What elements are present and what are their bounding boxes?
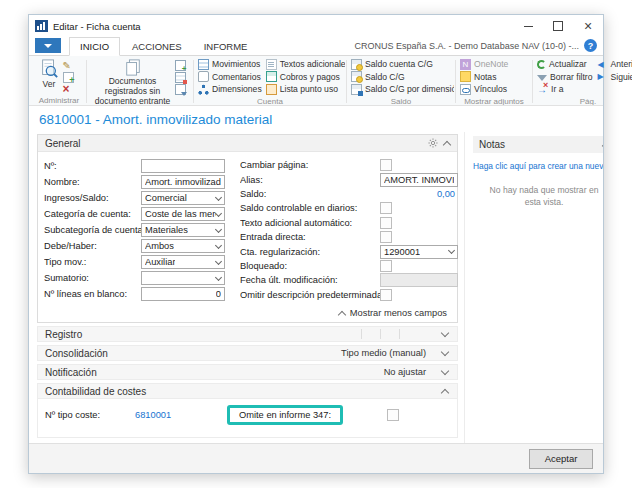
field-label: Fecha últ. modificación: bbox=[240, 275, 380, 285]
chevron-down-icon bbox=[215, 273, 222, 280]
fasttab-registro-title: Registro bbox=[45, 329, 82, 340]
field-select-box[interactable]: Auxiliar bbox=[141, 255, 225, 269]
checkbox[interactable] bbox=[380, 202, 392, 214]
field-text-box[interactable]: Amort. inmovilizado ... bbox=[141, 175, 225, 189]
fasttab-notificacion[interactable]: Notificación No ajustar bbox=[37, 364, 458, 380]
ribbon-column: MovimientosComentariosDimensiones bbox=[198, 58, 262, 96]
notes-panel-header[interactable]: Notas bbox=[473, 136, 603, 153]
field-row: Nº: bbox=[44, 158, 240, 174]
field-select-box[interactable]: Coste de las merca... bbox=[141, 207, 225, 221]
field-select-box[interactable]: Comercial bbox=[141, 191, 225, 205]
gear-icon[interactable] bbox=[428, 138, 438, 148]
field-row: Fecha últ. modificación: bbox=[240, 273, 458, 287]
application-menu-button[interactable] bbox=[35, 38, 61, 53]
footer-bar: Aceptar bbox=[29, 443, 603, 473]
ver-button[interactable]: Ver bbox=[36, 58, 62, 95]
close-button[interactable] bbox=[573, 15, 603, 37]
ribbon-item-siguiente[interactable]: Siguiente bbox=[597, 71, 632, 84]
field-select-box[interactable]: 1290001 bbox=[380, 245, 458, 259]
ribbon-group-cuenta: MovimientosComentariosDimensionesTextos … bbox=[195, 58, 345, 105]
ribbon-tab-row: INICIO ACCIONES INFORME CRONUS España S.… bbox=[29, 37, 603, 56]
checkbox[interactable] bbox=[380, 159, 392, 171]
group-label-saldo: Saldo bbox=[351, 96, 451, 106]
ribbon-item-notas[interactable]: Notas bbox=[460, 71, 508, 84]
field-row: Saldo:0,00 bbox=[240, 187, 458, 201]
field-value: Amort. inmovilizado ... bbox=[145, 177, 221, 187]
group-label-administrar: Administrar bbox=[36, 95, 82, 105]
show-less-fields-link[interactable]: Mostrar menos campos bbox=[38, 304, 457, 322]
ribbon-item-saldo-c-g[interactable]: Saldo C/G bbox=[351, 71, 454, 84]
ribbon-item-saldo-c-g-por-dimensi-n[interactable]: Saldo C/G por dimensión bbox=[351, 83, 454, 96]
documentos-registrados-button[interactable]: Documentos registrados sin documento ent… bbox=[91, 58, 174, 105]
tab-informe[interactable]: INFORME bbox=[194, 38, 258, 55]
ribbon-item-textos-adicionales[interactable]: Textos adicionales bbox=[266, 58, 345, 71]
checkbox[interactable] bbox=[380, 289, 392, 301]
fasttab-consolidacion[interactable]: Consolidación Tipo medio (manual) bbox=[37, 345, 458, 361]
accept-button[interactable]: Aceptar bbox=[529, 449, 593, 469]
ribbon-item-cobros-y-pagos[interactable]: Cobros y pagos bbox=[266, 71, 345, 84]
delete-button[interactable] bbox=[62, 83, 77, 95]
chevron-up-icon[interactable] bbox=[443, 140, 451, 148]
app-window: Editar - Ficha cuenta INICIO ACCIONES IN… bbox=[28, 14, 604, 474]
field-value: Coste de las merca... bbox=[145, 209, 216, 219]
tab-acciones[interactable]: ACCIONES bbox=[122, 38, 192, 55]
field-number-box[interactable]: 0 bbox=[141, 287, 225, 301]
consolidacion-preview: Tipo medio (manual) bbox=[341, 348, 426, 358]
field-text-box[interactable]: AMORT. INMOVILIZA... bbox=[380, 173, 458, 187]
ribbon-item-saldo-cuenta-c-g[interactable]: Saldo cuenta C/G bbox=[351, 58, 454, 71]
minimize-button[interactable] bbox=[513, 15, 543, 37]
checkbox[interactable] bbox=[380, 260, 392, 272]
ribbon-item-comentarios[interactable]: Comentarios bbox=[198, 71, 262, 84]
field-control: 0,00 bbox=[380, 189, 458, 199]
previous-icon bbox=[597, 59, 608, 70]
field-text-box[interactable] bbox=[141, 159, 225, 173]
grid-check-button[interactable] bbox=[174, 71, 189, 83]
ribbon-item-actualizar[interactable]: Actualizar bbox=[537, 58, 593, 71]
ribbon-item-label: Anterior bbox=[611, 59, 632, 69]
ribbon-item-lista-punto-uso[interactable]: Lista punto uso bbox=[266, 83, 345, 96]
tab-inicio[interactable]: INICIO bbox=[69, 37, 120, 56]
field-value: Ambos bbox=[145, 241, 174, 251]
help-icon[interactable] bbox=[584, 39, 597, 52]
omit-347-checkbox[interactable] bbox=[387, 409, 399, 421]
checkbox[interactable] bbox=[380, 217, 392, 229]
create-note-link[interactable]: Haga clic aquí para crear una nueva... bbox=[473, 161, 603, 171]
app-chart-icon bbox=[35, 20, 48, 32]
field-select-box[interactable]: Ambos bbox=[141, 239, 225, 253]
checkbox[interactable] bbox=[380, 231, 392, 243]
ribbon-item-v-nculos[interactable]: Vínculos bbox=[460, 83, 508, 96]
ribbon-item-ir-a[interactable]: Ir a bbox=[537, 83, 593, 96]
receivables-payables-icon bbox=[266, 71, 277, 82]
fasttab-contabilidad-costes[interactable]: Contabilidad de costes bbox=[37, 383, 458, 399]
field-row: Categoría de cuenta:Coste de las merca..… bbox=[44, 206, 240, 222]
edit-button[interactable] bbox=[62, 59, 77, 71]
ribbon-item-label: Vínculos bbox=[474, 84, 507, 94]
fasttab-general-header[interactable]: General bbox=[38, 135, 457, 152]
ribbon-item-anterior[interactable]: Anterior bbox=[597, 58, 632, 71]
fasttab-general: General bbox=[37, 134, 458, 323]
field-label: Subcategoría de cuenta: bbox=[44, 225, 141, 235]
ribbon-column: Saldo cuenta C/GSaldo C/GSaldo C/G por d… bbox=[351, 58, 454, 96]
ribbon-item-label: Dimensiones bbox=[212, 84, 262, 94]
field-control: 1290001 bbox=[380, 245, 458, 259]
grid-plus-button[interactable] bbox=[174, 59, 189, 71]
ribbon-item-label: Movimientos bbox=[212, 59, 260, 69]
omit-347-label-highlighted: Omite en informe 347: bbox=[227, 405, 343, 425]
fasttab-registro[interactable]: Registro bbox=[37, 326, 458, 342]
balance-value-link[interactable]: 0,00 bbox=[380, 189, 458, 199]
field-row: Bloqueado: bbox=[240, 259, 458, 273]
ribbon-item-movimientos[interactable]: Movimientos bbox=[198, 58, 262, 71]
maximize-button[interactable] bbox=[543, 15, 573, 37]
ribbon-group-saldo: Saldo cuenta C/GSaldo C/GSaldo C/G por d… bbox=[348, 58, 454, 105]
ribbon-column: ActualizarBorrar filtroIr a bbox=[537, 58, 593, 96]
ribbon-item-borrar-filtro[interactable]: Borrar filtro bbox=[537, 71, 593, 84]
ribbon-divider bbox=[346, 60, 347, 103]
field-select-box[interactable] bbox=[141, 271, 225, 285]
grid-filter-button[interactable] bbox=[174, 83, 189, 95]
field-label: Cambiar página: bbox=[240, 160, 380, 170]
field-row: Nombre:Amort. inmovilizado ... bbox=[44, 174, 240, 190]
field-select-box[interactable]: Materiales bbox=[141, 223, 225, 237]
cost-type-value-link[interactable]: 6810001 bbox=[135, 410, 227, 420]
ribbon-item-dimensiones[interactable]: Dimensiones bbox=[198, 83, 262, 96]
field-row: Nº líneas en blanco:0 bbox=[44, 286, 240, 302]
